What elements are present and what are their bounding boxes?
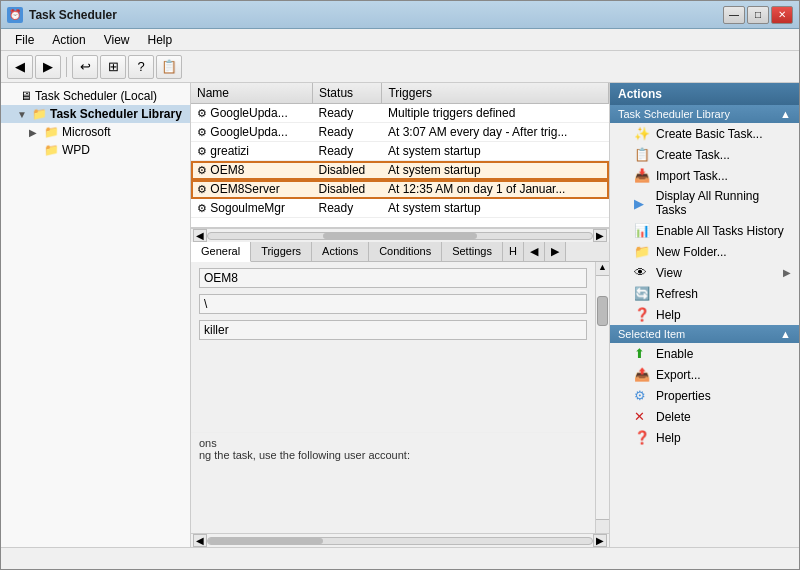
tree-item-library[interactable]: ▼ 📁 Task Scheduler Library [1, 105, 190, 123]
tab-general[interactable]: General [191, 242, 251, 262]
tree-item-wpd[interactable]: 📁 WPD [1, 141, 190, 159]
tree-label-library: Task Scheduler Library [50, 107, 182, 121]
scroll-right-btn[interactable]: ▶ [593, 229, 607, 242]
detail-scroll-right-btn[interactable]: ▶ [593, 534, 607, 547]
action-help-library[interactable]: ❓ Help [610, 304, 799, 325]
center-panel: Name Status Triggers ⚙ GoogleUpda... Rea… [191, 83, 609, 547]
detail-scroll-track[interactable] [207, 537, 593, 545]
minimize-button[interactable]: — [723, 6, 745, 24]
menu-view[interactable]: View [96, 31, 138, 49]
detail-name-input[interactable] [199, 268, 587, 288]
scroll-track[interactable] [207, 232, 593, 240]
action-export[interactable]: 📤 Export... [610, 364, 799, 385]
vscroll-up-btn[interactable]: ▲ [596, 262, 609, 276]
tab-triggers[interactable]: Triggers [251, 242, 312, 261]
tab-settings[interactable]: Settings [442, 242, 503, 261]
action-label-refresh: Refresh [656, 287, 698, 301]
back-button[interactable]: ◀ [7, 55, 33, 79]
detail-scroll-left-btn[interactable]: ◀ [193, 534, 207, 547]
task-status: Ready [313, 123, 382, 142]
action-delete[interactable]: ✕ Delete [610, 406, 799, 427]
detail-name-field [199, 268, 587, 288]
main-content: 🖥 Task Scheduler (Local) ▼ 📁 Task Schedu… [1, 83, 799, 547]
tab-conditions[interactable]: Conditions [369, 242, 442, 261]
col-triggers: Triggers [382, 83, 609, 104]
menu-action[interactable]: Action [44, 31, 93, 49]
menu-help[interactable]: Help [140, 31, 181, 49]
create-basic-icon: ✨ [634, 126, 650, 141]
task-list-hscrollbar[interactable]: ◀ ▶ [191, 228, 609, 242]
toolbar: ◀ ▶ ↩ ⊞ ? 📋 [1, 51, 799, 83]
task-icon: ⚙ [197, 202, 207, 214]
section-label-library: Task Scheduler Library [618, 108, 730, 120]
action-import-task[interactable]: 📥 Import Task... [610, 165, 799, 186]
table-row[interactable]: ⚙ OEM8Server Disabled At 12:35 AM on day… [191, 180, 609, 199]
task-icon: ⚙ [197, 107, 207, 119]
col-status: Status [313, 83, 382, 104]
vscroll-down-btn[interactable]: ▼ [596, 519, 609, 533]
up-button[interactable]: ↩ [72, 55, 98, 79]
task-status: Ready [313, 142, 382, 161]
action-properties[interactable]: ⚙ Properties [610, 385, 799, 406]
view-icon: 👁 [634, 265, 650, 280]
detail-spacer [199, 346, 587, 426]
close-button[interactable]: ✕ [771, 6, 793, 24]
scroll-left-btn[interactable]: ◀ [193, 229, 207, 242]
tab-prev[interactable]: ◀ [524, 242, 545, 261]
menu-bar: File Action View Help [1, 29, 799, 51]
menu-file[interactable]: File [7, 31, 42, 49]
table-row[interactable]: ⚙ greatizi Ready At system startup [191, 142, 609, 161]
action-label-enable: Enable [656, 347, 693, 361]
action-enable[interactable]: ⬆ Enable [610, 343, 799, 364]
tree-label-local: Task Scheduler (Local) [35, 89, 157, 103]
detail-desc-field [199, 320, 587, 340]
table-row[interactable]: ⚙ OEM8 Disabled At system startup [191, 161, 609, 180]
action-new-folder[interactable]: 📁 New Folder... [610, 241, 799, 262]
computer-icon: 🖥 [20, 89, 32, 103]
help-button[interactable]: ? [128, 55, 154, 79]
action-display-running[interactable]: ▶ Display All Running Tasks [610, 186, 799, 220]
tab-extra[interactable]: H [503, 242, 524, 261]
detail-path-input[interactable] [199, 294, 587, 314]
action-view[interactable]: 👁 View ▶ [610, 262, 799, 283]
maximize-button[interactable]: □ [747, 6, 769, 24]
tab-actions[interactable]: Actions [312, 242, 369, 261]
action-help-selected[interactable]: ❓ Help [610, 427, 799, 448]
table-row[interactable]: ⚙ SogoulmeMgr Ready At system startup [191, 199, 609, 218]
action-label-help-library: Help [656, 308, 681, 322]
app-icon: ⏰ [7, 7, 23, 23]
task-name: ⚙ OEM8 [191, 161, 313, 180]
action-label-history: Enable All Tasks History [656, 224, 784, 238]
action-create-basic[interactable]: ✨ Create Basic Task... [610, 123, 799, 144]
table-row[interactable]: ⚙ GoogleUpda... Ready At 3:07 AM every d… [191, 123, 609, 142]
task-name: ⚙ GoogleUpda... [191, 123, 313, 142]
action-label-export: Export... [656, 368, 701, 382]
right-panel: Actions Task Scheduler Library ▲ ✨ Creat… [609, 83, 799, 547]
window-title: Task Scheduler [29, 8, 117, 22]
detail-desc-input[interactable] [199, 320, 587, 340]
task-list[interactable]: Name Status Triggers ⚙ GoogleUpda... Rea… [191, 83, 609, 228]
tab-next[interactable]: ▶ [545, 242, 566, 261]
task-trigger: Multiple triggers defined [382, 104, 609, 123]
task-icon: ⚙ [197, 183, 207, 195]
action-enable-history[interactable]: 📊 Enable All Tasks History [610, 220, 799, 241]
action-refresh[interactable]: 🔄 Refresh [610, 283, 799, 304]
detail-hscrollbar[interactable]: ◀ ▶ [191, 533, 609, 547]
action-create-task[interactable]: 📋 Create Task... [610, 144, 799, 165]
action-label-view: View [656, 266, 682, 280]
title-bar-left: ⏰ Task Scheduler [7, 7, 117, 23]
table-row[interactable]: ⚙ GoogleUpda... Ready Multiple triggers … [191, 104, 609, 123]
main-window: ⏰ Task Scheduler — □ ✕ File Action View … [0, 0, 800, 570]
task-status: Disabled [313, 180, 382, 199]
import-icon: 📥 [634, 168, 650, 183]
detail-vscrollbar[interactable]: ▲ ▼ [595, 262, 609, 533]
grid-button[interactable]: ⊞ [100, 55, 126, 79]
tree-item-local[interactable]: 🖥 Task Scheduler (Local) [1, 87, 190, 105]
vscroll-thumb[interactable] [597, 296, 608, 326]
extra-button[interactable]: 📋 [156, 55, 182, 79]
expand-icon-library: ▼ [17, 109, 29, 120]
action-label-delete: Delete [656, 410, 691, 424]
tree-item-microsoft[interactable]: ▶ 📁 Microsoft [1, 123, 190, 141]
properties-icon: ⚙ [634, 388, 650, 403]
forward-button[interactable]: ▶ [35, 55, 61, 79]
